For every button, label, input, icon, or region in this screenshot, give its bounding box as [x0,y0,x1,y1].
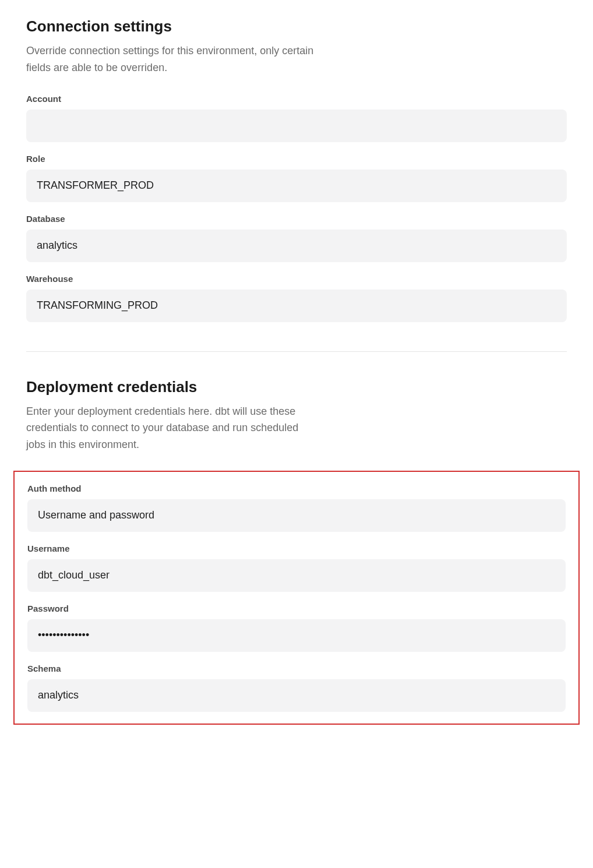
deployment-credentials-section: Deployment credentials Enter your deploy… [26,378,567,725]
username-field-group: Username [27,544,566,592]
account-field-group: Account [26,94,567,142]
connection-settings-description: Override connection settings for this en… [26,43,317,76]
username-label: Username [27,544,566,553]
database-input[interactable] [26,230,567,262]
schema-input[interactable] [27,679,566,712]
database-field-group: Database [26,214,567,262]
connection-settings-title: Connection settings [26,17,567,36]
password-field-group: Password [27,604,566,652]
deployment-credentials-title: Deployment credentials [26,378,567,396]
role-input[interactable] [26,170,567,202]
password-label: Password [27,604,566,613]
database-label: Database [26,214,567,224]
warehouse-field-group: Warehouse [26,274,567,322]
section-divider [26,351,567,352]
credentials-highlight-box: Auth method Username Password Schema [13,471,580,725]
account-label: Account [26,94,567,104]
schema-label: Schema [27,664,566,673]
connection-settings-section: Connection settings Override connection … [26,17,567,322]
role-label: Role [26,154,567,164]
account-input[interactable] [26,110,567,142]
schema-field-group: Schema [27,664,566,712]
username-input[interactable] [27,559,566,592]
auth-method-field-group: Auth method [27,484,566,532]
warehouse-input[interactable] [26,290,567,322]
auth-method-input[interactable] [27,499,566,532]
password-input[interactable] [27,619,566,652]
warehouse-label: Warehouse [26,274,567,284]
auth-method-label: Auth method [27,484,566,493]
role-field-group: Role [26,154,567,202]
deployment-credentials-description: Enter your deployment credentials here. … [26,403,317,453]
